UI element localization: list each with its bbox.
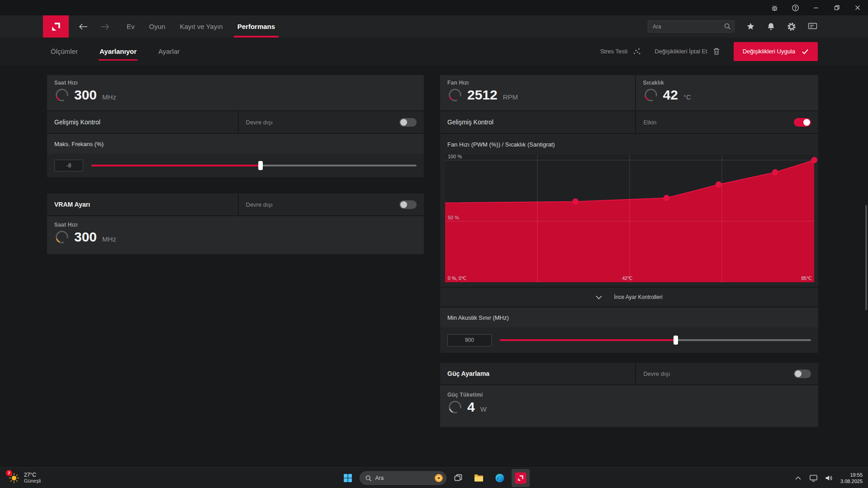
restore-button[interactable] (826, 0, 847, 15)
clock-speed-value: 300 (74, 88, 97, 102)
subnav-actions: Stres Testi Değişiklikleri İptal Et Deği… (600, 42, 818, 61)
gpu-advanced-control-label: Gelişmiş Kontrol (47, 111, 238, 133)
taskbar-center: Ara (339, 468, 530, 488)
display-tray-button[interactable] (807, 469, 820, 487)
bug-report-button[interactable] (764, 0, 785, 15)
close-button[interactable] (847, 0, 868, 15)
search-input[interactable] (648, 20, 735, 33)
settings-button[interactable] (787, 22, 796, 31)
vram-state: Devre dışı (246, 201, 395, 208)
fan-temp-section: Fan Hızı 2512 RPM Sıcaklık (440, 75, 818, 110)
temperature-value: 42 (663, 88, 678, 102)
apply-changes-label: Değişiklikleri Uygula (743, 48, 795, 55)
folder-icon (474, 474, 484, 483)
nav-item-performance[interactable]: Performans (230, 15, 282, 38)
max-frequency-input[interactable] (54, 160, 83, 171)
file-explorer-button[interactable] (470, 469, 488, 487)
vram-toggle[interactable] (399, 200, 417, 209)
speaker-icon (825, 474, 833, 482)
notifications-button[interactable] (767, 22, 775, 31)
weather-widget[interactable]: 7 27°C Güneşli (5, 468, 44, 488)
amd-taskbar-icon (515, 472, 526, 484)
taskbar-tray: 19:55 3.08.2025 (792, 468, 865, 488)
min-acoustic-limit-row (440, 327, 818, 353)
max-frequency-slider-handle[interactable] (258, 161, 263, 170)
temperature-section: Sıcaklık 42 °C (635, 75, 818, 110)
vram-header-row: VRAM Ayarı Devre dışı (47, 194, 424, 215)
back-button[interactable] (72, 15, 94, 38)
amd-arrow-icon (50, 21, 62, 33)
nav-item-record-stream[interactable]: Kayıt ve Yayın (172, 15, 230, 38)
tab-settings[interactable]: Ayarlar (157, 43, 180, 60)
tab-tuning[interactable]: Ayarlanıyor (99, 43, 138, 60)
min-acoustic-limit-slider[interactable] (500, 339, 811, 341)
taskbar-search[interactable]: Ara (360, 471, 446, 485)
fan-advanced-control-toggle[interactable] (794, 118, 811, 127)
fan-curve-point[interactable] (772, 169, 778, 175)
min-acoustic-limit-input[interactable] (447, 334, 492, 346)
close-icon (854, 4, 861, 11)
min-acoustic-slider-handle[interactable] (674, 336, 678, 345)
power-tuning-toggle[interactable] (794, 370, 811, 378)
favorites-button[interactable] (746, 22, 755, 31)
fan-speed-value: 2512 (467, 88, 498, 102)
clock-speed-unit: MHz (102, 93, 116, 101)
check-icon (802, 48, 809, 55)
gear-icon (787, 22, 796, 31)
windows-taskbar: 7 27°C Güneşli Ara (0, 467, 868, 488)
amd-software-taskbar-button[interactable] (512, 469, 530, 487)
vram-clock-label: Saat Hızı (54, 222, 417, 228)
power-tuning-state: Devre dışı (643, 370, 789, 377)
temperature-gauge-icon (643, 87, 659, 103)
performance-subnav: Ölçümler Ayarlanıyor Ayarlar Stres Testi… (0, 38, 868, 65)
start-button[interactable] (339, 469, 357, 487)
taskbar-clock[interactable]: 19:55 3.08.2025 (838, 472, 865, 484)
scrollbar[interactable] (865, 205, 867, 310)
apply-changes-button[interactable]: Değişiklikleri Uygula (734, 42, 818, 61)
fan-curve-point[interactable] (811, 157, 817, 163)
fan-curve-point[interactable] (664, 195, 670, 201)
gpu-advanced-control-row: Gelişmiş Kontrol Devre dışı (47, 111, 424, 133)
fan-speed-unit: RPM (503, 93, 518, 101)
vram-clock-gauge-icon (54, 229, 70, 245)
fan-tuning-card: Fan Hızı 2512 RPM Sıcaklık (440, 75, 818, 353)
fan-curve-chart[interactable]: 100 %50 %0 %, 0℃42℃85℃ (445, 155, 814, 282)
help-button[interactable] (785, 0, 806, 15)
amd-radeon-logo[interactable] (43, 15, 69, 38)
vram-clock-value: 300 (74, 230, 97, 244)
taskbar-search-placeholder: Ara (375, 475, 430, 481)
overlay-panel-button[interactable] (808, 23, 817, 30)
trash-icon (713, 47, 720, 55)
minimize-button[interactable] (806, 0, 826, 15)
vram-tuning-card: VRAM Ayarı Devre dışı Saat Hızı 300 (47, 194, 424, 254)
tab-metrics[interactable]: Ölçümler (50, 43, 79, 60)
max-frequency-slider[interactable] (91, 165, 417, 166)
weather-desc: Güneşli (24, 478, 41, 484)
discard-changes-button[interactable]: Değişiklikleri İptal Et (655, 47, 720, 55)
windows-logo-icon (343, 474, 352, 483)
clock-speed-label: Saat Hızı (54, 80, 417, 86)
volume-tray-button[interactable] (822, 469, 835, 487)
edge-browser-button[interactable] (491, 469, 509, 487)
nav-item-home[interactable]: Ev (119, 15, 142, 38)
vram-title: VRAM Ayarı (47, 194, 238, 215)
fan-tuning-column: Fan Hızı 2512 RPM Sıcaklık (440, 75, 818, 427)
power-consumption-unit: W (480, 405, 487, 413)
tray-expand-button[interactable] (792, 469, 804, 487)
forward-button[interactable] (94, 15, 116, 38)
fan-curve-svg[interactable] (445, 155, 814, 282)
fine-tuning-controls-button[interactable]: İnce Ayar Kontrolleri (440, 288, 818, 307)
clock-date: 3.08.2025 (840, 478, 863, 484)
navbar-right (648, 15, 817, 38)
task-view-button[interactable] (449, 469, 467, 487)
power-tuning-title: Güç Ayarlama (440, 363, 635, 384)
power-consumption-label: Güç Tüketimi (447, 392, 811, 398)
vram-clock-section: Saat Hızı 300 MHz (47, 216, 424, 254)
stress-test-button[interactable]: Stres Testi (600, 47, 641, 56)
min-acoustic-limit-label: Min Akustik Sınır (MHz) (440, 308, 818, 327)
minimize-icon (812, 4, 820, 11)
gpu-advanced-control-toggle[interactable] (399, 118, 417, 127)
fan-curve-point[interactable] (716, 181, 722, 188)
fan-curve-point[interactable] (572, 199, 579, 205)
nav-item-gaming[interactable]: Oyun (142, 15, 173, 38)
